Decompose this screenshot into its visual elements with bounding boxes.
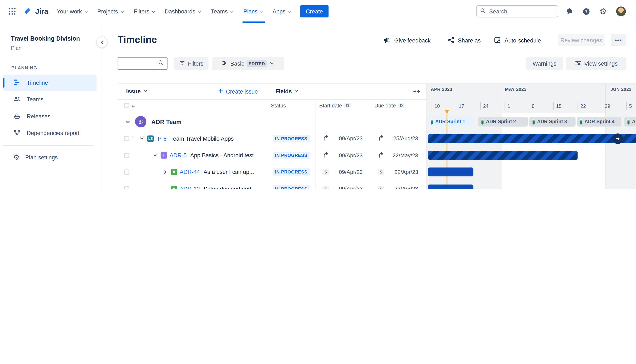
nav-projects[interactable]: Projects xyxy=(98,0,124,23)
row-checkbox[interactable] xyxy=(124,170,129,175)
sprint-status-pill xyxy=(482,119,484,124)
bar-continues-icon[interactable] xyxy=(612,133,623,144)
collapse-fields-icon[interactable] xyxy=(413,88,420,96)
rolled-up-date-icon xyxy=(322,152,329,159)
week-tick xyxy=(626,102,627,110)
sidebar-item-plan-settings[interactable]: ⚙ Plan settings xyxy=(3,149,96,166)
chevron-down-icon xyxy=(84,10,88,14)
sidebar-item-timeline[interactable]: Timeline xyxy=(3,75,96,91)
expand-toggle-icon[interactable] xyxy=(162,170,168,175)
filters-button[interactable]: Filters xyxy=(174,57,208,70)
due-date-cell[interactable]: 25/Aug/23 xyxy=(371,130,422,147)
start-date-cell[interactable]: 09/Apr/23 xyxy=(316,130,366,147)
nav-dashboards[interactable]: Dashboards xyxy=(165,0,202,23)
plan-title: Travel Booking Division xyxy=(11,35,80,42)
share-as-button[interactable]: Share as xyxy=(447,36,480,46)
due-date-cell[interactable]: 22/May/23 xyxy=(371,147,422,164)
sprint-chip[interactable]: ADR Sprint 4 xyxy=(577,117,621,126)
timeline-search-input[interactable] xyxy=(120,58,158,66)
give-feedback-button[interactable]: Give feedback xyxy=(383,36,430,46)
nav-filters[interactable]: Filters xyxy=(134,0,156,23)
status-cell[interactable]: IN PROGRESS xyxy=(272,130,310,147)
chevron-down-icon xyxy=(143,88,148,94)
issue-summary[interactable]: App Basics - Android test xyxy=(190,152,254,158)
chevron-down-icon xyxy=(288,10,292,14)
due-date-cell[interactable]: S22/Apr/23 xyxy=(371,164,422,181)
issue-key-link[interactable]: IP-8 xyxy=(156,136,166,142)
issue-table-rows: ADR Team1LEIP-8Team Travel Mobile AppsIN… xyxy=(118,113,426,189)
story-type-icon xyxy=(171,186,177,189)
nav-your-work[interactable]: Your work xyxy=(57,0,88,23)
start-date-cell[interactable]: 09/Apr/23 xyxy=(316,147,366,164)
issue-summary[interactable]: Team Travel Mobile Apps xyxy=(170,136,234,142)
issue-column-header[interactable]: Issue xyxy=(126,88,148,94)
search-input[interactable] xyxy=(488,8,551,15)
sprint-chip[interactable]: ADR Sprint 1 xyxy=(428,117,474,126)
planning-section-label: PLANNING xyxy=(11,65,37,70)
issue-summary[interactable]: As a user I can up... xyxy=(204,169,254,176)
issue-key-link[interactable]: ADR-44 xyxy=(180,169,200,176)
sidebar-item-teams[interactable]: Teams xyxy=(3,91,96,108)
row-checkbox[interactable] xyxy=(124,136,129,141)
auto-schedule-button[interactable]: Auto-schedule xyxy=(494,36,541,46)
team-group-row[interactable]: ADR Team xyxy=(118,113,426,130)
sidebar-item-releases[interactable]: Releases xyxy=(3,108,96,124)
week-tick xyxy=(529,102,529,110)
due-date-cell[interactable]: S22/Apr/23 xyxy=(371,180,422,189)
status-cell[interactable]: IN PROGRESS xyxy=(272,164,310,181)
status-badge[interactable]: IN PROGRESS xyxy=(272,135,310,142)
select-all-checkbox[interactable]: # xyxy=(124,102,135,109)
gantt-bar[interactable] xyxy=(428,168,473,176)
create-issue-button[interactable]: Create issue xyxy=(218,88,258,95)
view-selector-button[interactable]: Basic EDITED xyxy=(212,57,284,70)
nav-plans[interactable]: Plans xyxy=(243,0,264,23)
nav-teams[interactable]: Teams xyxy=(211,0,234,23)
settings-icon[interactable]: ⚙ xyxy=(599,7,607,16)
expand-toggle-icon[interactable] xyxy=(152,153,158,158)
start-date-cell[interactable]: S09/Apr/23 xyxy=(316,164,366,181)
user-avatar[interactable] xyxy=(616,6,626,16)
global-search[interactable] xyxy=(476,5,558,18)
notifications-icon[interactable] xyxy=(565,7,574,16)
gantt-bar[interactable] xyxy=(428,151,578,160)
status-badge[interactable]: IN PROGRESS xyxy=(272,152,310,159)
week-label: 24 xyxy=(483,104,488,109)
help-icon[interactable]: ? xyxy=(582,7,590,16)
issue-summary[interactable]: Setup dev and and ... xyxy=(204,186,258,189)
sliders-icon xyxy=(575,60,582,68)
story-type-icon xyxy=(171,169,177,176)
create-button[interactable]: Create xyxy=(300,5,328,18)
sprint-chip[interactable]: ADR Sprint 5 xyxy=(624,117,636,126)
gantt-bar[interactable] xyxy=(428,134,636,143)
row-checkbox[interactable] xyxy=(124,153,129,158)
week-tick xyxy=(480,102,480,110)
warnings-button[interactable]: Warnings xyxy=(526,57,563,70)
gantt-bar[interactable] xyxy=(428,184,473,189)
status-badge[interactable]: IN PROGRESS xyxy=(272,168,310,176)
status-cell[interactable]: IN PROGRESS xyxy=(272,180,310,189)
collapse-team-icon[interactable] xyxy=(125,119,131,124)
view-settings-button[interactable]: View settings xyxy=(566,57,626,70)
sidebar-collapse-button[interactable] xyxy=(96,36,108,48)
week-tick xyxy=(553,102,554,110)
nav-apps[interactable]: Apps xyxy=(272,0,292,23)
issue-key-link[interactable]: ADR-12 xyxy=(180,186,200,189)
sidebar-item-dependencies-report[interactable]: Dependencies report xyxy=(3,125,96,141)
sprint-chip[interactable]: ADR Sprint 2 xyxy=(478,117,528,126)
more-actions-button[interactable]: ••• xyxy=(611,34,626,46)
expand-toggle-icon[interactable] xyxy=(139,136,145,141)
issue-key-link[interactable]: ADR-5 xyxy=(170,152,186,158)
app-switcher-icon[interactable] xyxy=(8,7,16,16)
sprint-chip[interactable]: ADR Sprint 3 xyxy=(529,117,576,126)
sprint-date-icon: S xyxy=(378,186,384,189)
status-badge[interactable]: IN PROGRESS xyxy=(272,185,310,189)
view-icon xyxy=(222,60,228,67)
start-date-cell[interactable]: S09/Apr/23 xyxy=(316,180,366,189)
review-changes-button[interactable]: Review changes xyxy=(558,34,605,46)
row-checkbox[interactable] xyxy=(124,186,129,189)
status-cell[interactable]: IN PROGRESS xyxy=(272,147,310,164)
timeline-search[interactable] xyxy=(118,57,168,70)
jira-logo[interactable]: Jira xyxy=(24,0,48,23)
fields-column-header[interactable]: Fields xyxy=(275,88,299,94)
table-chart-divider xyxy=(426,84,427,189)
